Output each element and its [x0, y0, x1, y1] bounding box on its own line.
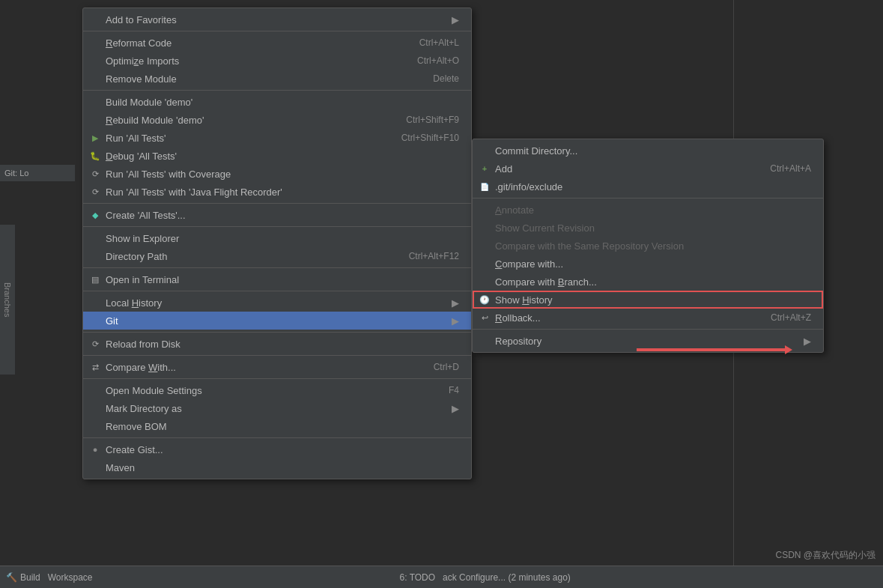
bottom-bar: 🔨 Build Workspace 6: TODO ack Configure.…: [0, 566, 883, 588]
menu-item-show-history[interactable]: 🕐 Show History: [473, 291, 823, 309]
menu-item-git[interactable]: Git ▶: [83, 312, 471, 330]
menu-item-commit-directory[interactable]: Commit Directory...: [473, 142, 823, 160]
menu-separator: [83, 355, 471, 356]
terminal-icon: ▤: [89, 273, 101, 285]
todo-label[interactable]: 6: TODO: [400, 572, 436, 583]
menu-item-repository[interactable]: Repository ▶: [473, 332, 823, 350]
menu-item-maven[interactable]: Maven: [83, 458, 471, 476]
menu-item-label: Annotate: [495, 204, 811, 216]
menu-item-run-all-tests[interactable]: ▶ Run 'All Tests' Ctrl+Shift+F10: [83, 129, 471, 147]
jfr-icon: ⟳: [89, 186, 101, 198]
git-bar: Git: Lo: [0, 165, 75, 181]
shortcut-label: Ctrl+Alt+A: [770, 163, 811, 174]
menu-item-create-all-tests[interactable]: ◆ Create 'All Tests'...: [83, 206, 471, 224]
menu-item-create-gist[interactable]: ● Create Gist...: [83, 440, 471, 458]
menu-separator: [83, 90, 471, 91]
menu-item-label: Repository: [495, 336, 804, 347]
menu-item-run-coverage[interactable]: ⟳ Run 'All Tests' with Coverage: [83, 165, 471, 183]
branches-label: Branches: [3, 282, 12, 317]
menu-separator: [83, 203, 471, 204]
menu-item-label: Compare with the Same Repository Version: [495, 240, 811, 252]
menu-item-label: Open in Terminal: [106, 274, 459, 285]
watermark-text: CSDN @喜欢代码的小强: [775, 550, 876, 560]
submenu-arrow-icon: ▶: [452, 297, 459, 309]
menu-item-mark-directory-as[interactable]: Mark Directory as ▶: [83, 399, 471, 417]
shortcut-label: F4: [449, 385, 459, 395]
menu-separator: [83, 226, 471, 227]
menu-item-show-current-revision[interactable]: Show Current Revision: [473, 219, 823, 237]
rollback-icon: ↩: [479, 312, 491, 324]
branches-sidebar: Branches: [0, 225, 15, 375]
create-icon: ◆: [89, 209, 101, 221]
menu-item-rebuild-module[interactable]: Rebuild Module 'demo' Ctrl+Shift+F9: [83, 111, 471, 129]
menu-item-label: Add: [495, 163, 770, 175]
shortcut-label: Ctrl+D: [434, 362, 459, 372]
menu-item-open-module-settings[interactable]: Open Module Settings F4: [83, 381, 471, 399]
menu-item-remove-module[interactable]: Remove Module Delete: [83, 70, 471, 88]
menu-item-open-in-terminal[interactable]: ▤ Open in Terminal: [83, 270, 471, 288]
menu-item-optimize-imports[interactable]: Optimize Imports Ctrl+Alt+O: [83, 52, 471, 70]
reload-icon: ⟳: [89, 338, 101, 350]
shortcut-label: Ctrl+Alt+Z: [771, 312, 811, 323]
menu-item-label: Run 'All Tests': [106, 133, 401, 144]
hammer-icon: 🔨: [6, 572, 17, 583]
menu-item-label: Debug 'All Tests': [106, 151, 459, 162]
context-menu-git: Commit Directory... + Add Ctrl+Alt+A 📄 .…: [472, 139, 824, 353]
menu-item-compare-same-repo[interactable]: Compare with the Same Repository Version: [473, 237, 823, 255]
menu-item-label: Optimize Imports: [106, 55, 417, 67]
menu-item-add[interactable]: + Add Ctrl+Alt+A: [473, 160, 823, 178]
shortcut-label: Ctrl+Alt+F12: [409, 251, 459, 261]
annotation-arrow: [637, 348, 786, 351]
menu-item-add-to-favorites[interactable]: Add to Favorites ▶: [83, 10, 471, 28]
menu-item-label: Show History: [495, 294, 811, 306]
menu-item-label: Directory Path: [106, 251, 409, 262]
build-label: Build: [20, 572, 40, 583]
run-icon: ▶: [89, 132, 101, 144]
menu-item-compare-with-right[interactable]: Compare with...: [473, 255, 823, 273]
debug-icon: 🐛: [89, 150, 101, 162]
menu-separator: [83, 31, 471, 31]
menu-item-label: Run 'All Tests' with 'Java Flight Record…: [106, 187, 459, 198]
menu-item-label: Open Module Settings: [106, 385, 449, 396]
menu-separator: [83, 437, 471, 438]
menu-item-label: .git/info/exclude: [495, 181, 811, 193]
menu-item-label: Show Current Revision: [495, 222, 811, 234]
menu-separator: [473, 198, 823, 198]
menu-item-annotate[interactable]: Annotate: [473, 201, 823, 219]
shortcut-label: Ctrl+Shift+F10: [401, 133, 459, 143]
build-button[interactable]: 🔨 Build: [6, 572, 40, 583]
todo-text: 6: TODO: [400, 572, 436, 583]
shortcut-label: Delete: [433, 73, 459, 84]
menu-item-show-in-explorer[interactable]: Show in Explorer: [83, 229, 471, 247]
menu-item-build-module[interactable]: Build Module 'demo': [83, 93, 471, 111]
menu-item-local-history[interactable]: Local History ▶: [83, 294, 471, 312]
menu-item-label: Remove Module: [106, 73, 433, 85]
menu-item-git-info-exclude[interactable]: 📄 .git/info/exclude: [473, 178, 823, 196]
menu-separator: [473, 329, 823, 330]
menu-item-rollback[interactable]: ↩ Rollback... Ctrl+Alt+Z: [473, 309, 823, 327]
context-menu-left: Add to Favorites ▶ Reformat Code Ctrl+Al…: [82, 7, 472, 479]
menu-item-label: Mark Directory as: [106, 403, 452, 414]
csdn-watermark: CSDN @喜欢代码的小强: [775, 549, 876, 562]
coverage-icon: ⟳: [89, 168, 101, 180]
menu-item-label: Commit Directory...: [495, 145, 811, 157]
menu-item-reformat-code[interactable]: Reformat Code Ctrl+Alt+L: [83, 34, 471, 52]
menu-item-label: Create Gist...: [106, 444, 459, 455]
workspace-text: Workspace: [48, 572, 93, 583]
menu-item-debug-all-tests[interactable]: 🐛 Debug 'All Tests': [83, 147, 471, 165]
menu-item-label: Create 'All Tests'...: [106, 210, 459, 221]
menu-item-directory-path[interactable]: Directory Path Ctrl+Alt+F12: [83, 247, 471, 265]
menu-item-compare-with[interactable]: ⇄ Compare With... Ctrl+D: [83, 358, 471, 376]
menu-item-label: Compare With...: [106, 362, 434, 373]
menu-separator: [83, 332, 471, 333]
file-icon: 📄: [479, 181, 491, 193]
menu-item-reload-from-disk[interactable]: ⟳ Reload from Disk: [83, 335, 471, 353]
add-icon: +: [479, 163, 491, 175]
menu-item-compare-with-branch[interactable]: Compare with Branch...: [473, 273, 823, 291]
menu-item-run-jfr[interactable]: ⟳ Run 'All Tests' with 'Java Flight Reco…: [83, 183, 471, 201]
menu-item-label: Reformat Code: [106, 37, 419, 49]
menu-item-remove-bom[interactable]: Remove BOM: [83, 417, 471, 435]
history-icon: 🕐: [479, 294, 491, 306]
submenu-arrow-icon: ▶: [452, 14, 459, 25]
shortcut-label: Ctrl+Alt+L: [419, 37, 459, 48]
